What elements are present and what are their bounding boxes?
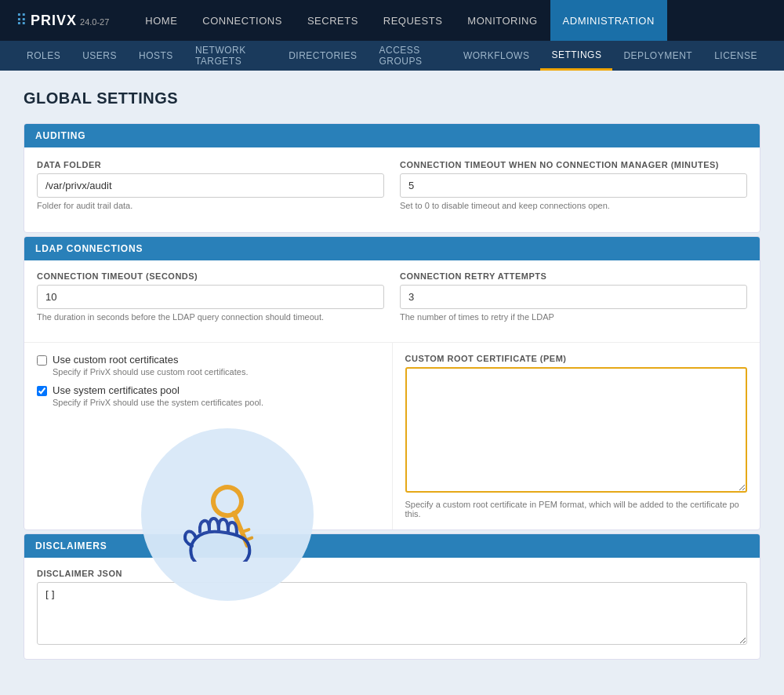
logo-text: PRIVX <box>31 13 77 29</box>
data-folder-input[interactable] <box>37 173 384 198</box>
timeout-group: CONNECTION TIMEOUT WHEN NO CONNECTION MA… <box>400 160 747 210</box>
svg-point-0 <box>209 482 246 520</box>
auditing-header: AUDITING <box>24 124 760 147</box>
retry-hint: The number of times to retry if the LDAP <box>400 312 747 322</box>
subnav-hosts[interactable]: HOSTS <box>128 41 184 71</box>
subnav-roles[interactable]: ROLES <box>16 41 71 71</box>
system-cert-checkbox-label[interactable]: Use system certificates pool <box>37 384 379 396</box>
system-cert-group: Use system certificates pool Specify if … <box>37 384 379 407</box>
subnav-directories[interactable]: DIRECTORIES <box>278 41 368 71</box>
nav-secrets[interactable]: SECRETS <box>295 0 371 41</box>
data-folder-hint: Folder for audit trail data. <box>37 201 384 210</box>
ldap-top-row: CONNECTION TIMEOUT (SECONDS) The duratio… <box>24 260 760 343</box>
custom-root-cert-checkbox[interactable] <box>37 355 47 366</box>
subnav-workflows[interactable]: WORKFLOWS <box>452 41 541 71</box>
system-cert-hint: Specify if PrivX should use the system c… <box>53 398 379 407</box>
conn-timeout-input[interactable] <box>37 285 384 309</box>
timeout-label: CONNECTION TIMEOUT WHEN NO CONNECTION MA… <box>400 160 747 169</box>
logo-version: 24.0-27 <box>80 17 109 27</box>
logo-dots-icon: ⠿ <box>16 11 26 30</box>
auditing-row: DATA FOLDER Folder for audit trail data.… <box>37 160 747 210</box>
custom-root-cert-group: Use custom root certificates Specify if … <box>37 354 379 377</box>
ldap-bottom-row: Use custom root certificates Specify if … <box>24 343 760 529</box>
nav-monitoring[interactable]: MONITORING <box>455 0 550 41</box>
system-cert-text: Use system certificates pool <box>53 384 180 396</box>
subnav-deployment[interactable]: DEPLOYMENT <box>612 41 703 71</box>
nav-requests[interactable]: REQUESTS <box>371 0 456 41</box>
ldap-right-panel: CUSTOM ROOT CERTIFICATE (PEM) Specify a … <box>393 343 760 529</box>
timeout-hint: Set to 0 to disable timeout and keep con… <box>400 201 747 210</box>
logo: ⠿ PRIVX 24.0-27 <box>16 11 109 30</box>
conn-timeout-group: CONNECTION TIMEOUT (SECONDS) The duratio… <box>37 271 384 322</box>
disclaimer-json-label: DISCLAIMER JSON <box>37 569 747 578</box>
data-folder-label: DATA FOLDER <box>37 160 384 169</box>
auditing-section: AUDITING DATA FOLDER Folder for audit tr… <box>24 123 760 233</box>
cert-pem-hint: Specify a custom root certificate in PEM… <box>405 500 748 519</box>
subnav-network-targets[interactable]: NETWORK TARGETS <box>184 41 278 71</box>
nav-connections[interactable]: CONNECTIONS <box>190 0 295 41</box>
sub-nav: ROLES USERS HOSTS NETWORK TARGETS DIRECT… <box>0 41 784 71</box>
auditing-body: DATA FOLDER Folder for audit trail data.… <box>24 147 760 232</box>
svg-line-2 <box>242 528 249 534</box>
subnav-users[interactable]: USERS <box>71 41 128 71</box>
data-folder-group: DATA FOLDER Folder for audit trail data. <box>37 160 384 210</box>
subnav-access-groups[interactable]: ACCESS GROUPS <box>368 41 452 71</box>
cert-pem-textarea[interactable] <box>405 367 748 493</box>
top-nav: ⠿ PRIVX 24.0-27 HOME CONNECTIONS SECRETS… <box>0 0 784 41</box>
retry-input[interactable] <box>400 285 747 309</box>
custom-root-cert-checkbox-label[interactable]: Use custom root certificates <box>37 354 379 366</box>
subnav-settings[interactable]: SETTINGS <box>540 41 612 71</box>
main-content: GLOBAL SETTINGS AUDITING DATA FOLDER Fol… <box>0 71 784 680</box>
ldap-header: LDAP CONNECTIONS <box>24 237 760 260</box>
overlay-circle <box>141 428 314 601</box>
retry-label: CONNECTION RETRY ATTEMPTS <box>400 271 747 281</box>
nav-home[interactable]: HOME <box>132 0 190 41</box>
disclaimers-section: DISCLAIMERS DISCLAIMER JSON [] <box>24 533 760 660</box>
retry-group: CONNECTION RETRY ATTEMPTS The number of … <box>400 271 747 322</box>
disclaimer-json-textarea[interactable]: [] <box>37 582 747 645</box>
subnav-license[interactable]: LICENSE <box>703 41 768 71</box>
main-nav: HOME CONNECTIONS SECRETS REQUESTS MONITO… <box>132 0 667 41</box>
timeout-input[interactable] <box>400 173 747 198</box>
key-hand-icon <box>172 468 282 562</box>
ldap-section: LDAP CONNECTIONS CONNECTION TIMEOUT (SEC… <box>24 236 760 530</box>
ldap-body: CONNECTION TIMEOUT (SECONDS) The duratio… <box>24 260 760 529</box>
system-cert-checkbox[interactable] <box>37 386 47 396</box>
disclaimers-body: DISCLAIMER JSON [] <box>24 558 760 659</box>
nav-administration[interactable]: ADMINISTRATION <box>550 0 667 41</box>
disclaimers-header: DISCLAIMERS <box>24 534 760 558</box>
custom-root-cert-hint: Specify if PrivX should use custom root … <box>53 367 379 377</box>
cert-pem-label: CUSTOM ROOT CERTIFICATE (PEM) <box>405 354 748 363</box>
conn-timeout-label: CONNECTION TIMEOUT (SECONDS) <box>37 271 384 281</box>
page-title: GLOBAL SETTINGS <box>24 89 760 107</box>
ldap-form-row: CONNECTION TIMEOUT (SECONDS) The duratio… <box>37 271 747 322</box>
custom-root-cert-text: Use custom root certificates <box>53 354 178 366</box>
conn-timeout-hint: The duration in seconds before the LDAP … <box>37 312 384 322</box>
